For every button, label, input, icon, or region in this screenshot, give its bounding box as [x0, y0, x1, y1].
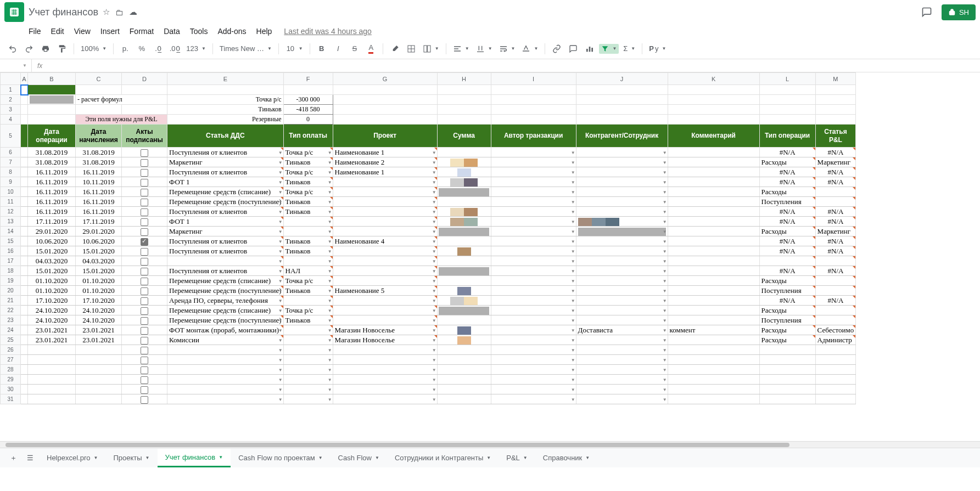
dropdown-arrow-icon[interactable]: ▼	[663, 347, 667, 352]
dropdown-arrow-icon[interactable]: ▼	[328, 288, 332, 293]
menu-data[interactable]: Data	[159, 25, 184, 38]
cell[interactable]: ▼	[576, 385, 668, 394]
cell[interactable]: Точка р/с▼	[283, 276, 333, 286]
dropdown-arrow-icon[interactable]: ▼	[663, 318, 667, 323]
cell[interactable]	[668, 207, 759, 217]
fill-color-icon[interactable]	[388, 42, 402, 56]
cell[interactable]	[437, 306, 491, 315]
cell-checkbox[interactable]	[122, 157, 167, 167]
cell[interactable]	[815, 365, 856, 375]
filter-icon[interactable]	[67, 133, 74, 139]
row-header[interactable]: 2	[1, 95, 21, 105]
cell[interactable]	[28, 365, 76, 375]
cell[interactable]: ▼	[491, 296, 576, 306]
cell[interactable]: ▼	[576, 167, 668, 177]
cell[interactable]: ▼	[333, 315, 437, 325]
dropdown-arrow-icon[interactable]: ▼	[328, 278, 332, 283]
dropdown-arrow-icon[interactable]: ▼	[328, 209, 332, 214]
cell[interactable]	[815, 315, 856, 325]
cell[interactable]: Расходы	[759, 187, 815, 197]
cell[interactable]	[21, 365, 28, 375]
row-header[interactable]: 20	[1, 286, 21, 296]
cell[interactable]	[668, 148, 759, 157]
insert-link-icon[interactable]	[550, 42, 564, 56]
star-icon[interactable]: ☆	[103, 7, 110, 17]
header-op-type[interactable]: Тип операции	[759, 125, 815, 148]
dropdown-arrow-icon[interactable]: ▼	[571, 278, 575, 283]
cell[interactable]: ▼	[283, 385, 333, 394]
dropdown-arrow-icon[interactable]: ▼	[571, 170, 575, 174]
cell[interactable]	[437, 365, 491, 375]
cell[interactable]: ▼	[491, 266, 576, 276]
cell[interactable]	[437, 105, 491, 115]
cell[interactable]	[668, 365, 759, 375]
menu-addons[interactable]: Add-ons	[213, 25, 250, 38]
cell[interactable]: ▼	[491, 227, 576, 236]
cell[interactable]	[759, 115, 815, 125]
cell[interactable]: ▼	[491, 197, 576, 207]
cell[interactable]	[815, 85, 856, 95]
cell[interactable]: -418 580	[283, 105, 333, 115]
cell[interactable]	[668, 217, 759, 227]
dropdown-arrow-icon[interactable]: ▼	[571, 298, 575, 303]
cell[interactable]: ▼	[167, 345, 284, 355]
dropdown-arrow-icon[interactable]: ▼	[663, 179, 667, 184]
cell[interactable]: 17.11.2019	[76, 217, 122, 227]
cell[interactable]: ▼	[576, 355, 668, 365]
cell[interactable]: #N/A	[759, 266, 815, 276]
dropdown-arrow-icon[interactable]: ▼	[571, 318, 575, 323]
cell[interactable]	[21, 246, 28, 256]
cell-checkbox[interactable]	[122, 325, 167, 335]
cell[interactable]: ФОТ монтаж (прораб, монтажники)▼	[167, 325, 284, 335]
comments-icon[interactable]	[919, 4, 935, 20]
cell-checkbox[interactable]	[122, 276, 167, 286]
all-sheets-button[interactable]: ☰	[23, 450, 38, 465]
row-header[interactable]: 3	[1, 105, 21, 115]
dropdown-arrow-icon[interactable]: ▼	[432, 298, 436, 303]
cell[interactable]	[668, 167, 759, 177]
cell[interactable]: #N/A	[815, 217, 856, 227]
filter-icon[interactable]	[807, 133, 814, 139]
cell[interactable]	[437, 385, 491, 394]
cell[interactable]: ▼	[576, 266, 668, 276]
dropdown-arrow-icon[interactable]: ▼	[571, 209, 575, 214]
cell[interactable]: ▼	[333, 345, 437, 355]
menu-insert[interactable]: Insert	[96, 25, 124, 38]
text-wrap-dropdown[interactable]: ▼	[497, 43, 518, 54]
filter-dropdown[interactable]: ▼	[599, 44, 619, 54]
cell[interactable]: #N/A	[759, 177, 815, 187]
cell[interactable]	[668, 256, 759, 266]
dropdown-arrow-icon[interactable]: ▼	[432, 387, 436, 392]
cell[interactable]: ▼	[333, 394, 437, 404]
dropdown-arrow-icon[interactable]: ▼	[571, 229, 575, 234]
horizontal-align-dropdown[interactable]: ▼	[451, 43, 472, 54]
dropdown-arrow-icon[interactable]: ▼	[663, 328, 667, 332]
dropdown-arrow-icon[interactable]: ▼	[432, 377, 436, 382]
cell[interactable]	[76, 345, 122, 355]
dropdown-arrow-icon[interactable]: ▼	[278, 268, 283, 273]
cell[interactable]: 17.10.2020	[76, 296, 122, 306]
dropdown-arrow-icon[interactable]: ▼	[432, 288, 436, 293]
cell[interactable]: ▼	[576, 148, 668, 157]
cell[interactable]: Маркетинг	[815, 157, 856, 167]
dropdown-arrow-icon[interactable]: ▼	[432, 219, 436, 224]
chevron-down-icon[interactable]: ▼	[486, 455, 491, 460]
row-header[interactable]: 19	[1, 276, 21, 286]
cell[interactable]	[759, 375, 815, 385]
cell-checkbox[interactable]	[122, 227, 167, 236]
cell[interactable]	[28, 345, 76, 355]
cell[interactable]: ▼	[167, 256, 284, 266]
cell[interactable]: 15.01.2020	[28, 266, 76, 276]
cell[interactable]: ▼	[576, 296, 668, 306]
cell[interactable]	[668, 315, 759, 325]
text-rotation-dropdown[interactable]: ▼	[519, 43, 540, 54]
merge-cells-dropdown[interactable]: ▼	[421, 43, 441, 54]
dropdown-arrow-icon[interactable]: ▼	[278, 249, 283, 253]
dropdown-arrow-icon[interactable]: ▼	[432, 239, 436, 244]
header-article[interactable]: Статья ДДС	[167, 125, 284, 148]
sheet-tab[interactable]: Cash Flow по проектам▼	[231, 449, 330, 467]
cell[interactable]: Поступления от клиентов▼	[167, 266, 284, 276]
dropdown-arrow-icon[interactable]: ▼	[663, 278, 667, 283]
chevron-down-icon[interactable]: ▼	[94, 455, 98, 460]
filter-icon[interactable]	[659, 133, 666, 139]
